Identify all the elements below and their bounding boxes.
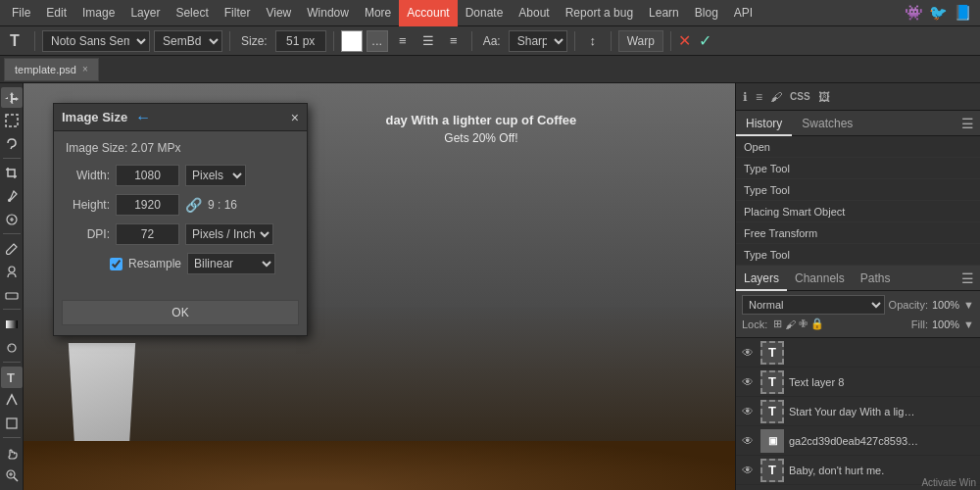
selection-tool[interactable] (1, 110, 23, 130)
menu-image[interactable]: Image (74, 0, 122, 26)
layer-item-3[interactable]: 👁 ▣ ga2cd39d0eab427c8593… (736, 426, 980, 456)
history-item-placing[interactable]: Placing Smart Object (736, 201, 980, 222)
align-left-icon[interactable]: ≡ (392, 30, 414, 52)
cancel-transform-icon[interactable]: ✕ (678, 31, 691, 50)
lock-position-icon[interactable]: ✙ (799, 318, 808, 330)
info-panel-icon[interactable]: ℹ (740, 90, 751, 104)
dialog-resample-label: Resample (128, 257, 181, 270)
menu-filter[interactable]: Filter (217, 0, 259, 26)
paths-tab[interactable]: Paths (853, 266, 899, 291)
blur-tool[interactable] (1, 337, 23, 358)
menu-window[interactable]: Window (299, 0, 357, 26)
history-item-type2[interactable]: Type Tool (736, 179, 980, 201)
reddit-icon[interactable]: 👾 (905, 4, 923, 22)
history-panel-menu-icon[interactable]: ☰ (956, 116, 980, 131)
svg-rect-1 (6, 115, 18, 126)
font-weight-select[interactable]: SemBd ▼ (154, 30, 222, 52)
lock-all-icon[interactable]: 🔒 (810, 318, 824, 330)
menu-api[interactable]: API (726, 0, 760, 26)
move-tool[interactable] (1, 87, 23, 108)
history-item-open[interactable]: Open (736, 136, 980, 158)
text-direction-icon[interactable]: ↕ (582, 30, 604, 52)
dialog-width-unit-select[interactable]: Pixels Inches cm (185, 165, 246, 186)
dialog-titlebar[interactable]: Image Size ← × (54, 104, 307, 131)
align-center-icon[interactable]: ☰ (417, 30, 439, 52)
dialog-resample-select[interactable]: Bilinear Bicubic Nearest (187, 253, 275, 274)
lock-transparent-icon[interactable]: ⊞ (773, 318, 782, 330)
layer-item-1[interactable]: 👁 T Text layer 8 (736, 368, 980, 397)
eraser-tool[interactable] (1, 284, 23, 305)
history-tab[interactable]: History (736, 111, 792, 136)
history-item-type1[interactable]: Type Tool (736, 158, 980, 179)
tab-close-icon[interactable]: × (82, 64, 88, 74)
fill-dropdown-icon[interactable]: ▼ (963, 318, 974, 330)
layers-panel-menu-icon[interactable]: ☰ (956, 270, 980, 286)
layer-visibility-0[interactable]: 👁 (740, 346, 756, 360)
file-tab[interactable]: template.psd × (4, 58, 99, 81)
more-options-button[interactable]: ... (367, 30, 388, 52)
menu-file[interactable]: File (4, 0, 38, 26)
warp-button[interactable]: Warp (618, 30, 663, 52)
layer-item-2[interactable]: 👁 T Start Your day With a lig… (736, 397, 980, 426)
brush-tool[interactable] (1, 238, 23, 259)
shape-tool[interactable] (1, 413, 23, 433)
color-swatch[interactable] (341, 30, 363, 52)
dialog-dpi-unit-select[interactable]: Pixels / Inch Pixels / cm (185, 223, 273, 245)
menu-edit[interactable]: Edit (38, 0, 74, 26)
image-panel-icon[interactable]: 🖼 (815, 90, 833, 104)
layer-item-0[interactable]: 👁 T (736, 338, 980, 368)
menu-reportbug[interactable]: Report a bug (558, 0, 641, 26)
twitter-icon[interactable]: 🐦 (929, 4, 948, 22)
list-panel-icon[interactable]: ≡ (753, 90, 765, 104)
lasso-tool[interactable] (1, 133, 23, 154)
menu-learn[interactable]: Learn (641, 0, 687, 26)
opacity-dropdown-icon[interactable]: ▼ (963, 299, 974, 311)
size-label: Size: (237, 30, 271, 52)
dialog-ok-button[interactable]: OK (62, 300, 299, 325)
link-proportions-icon[interactable]: 🔗 (185, 197, 202, 213)
dialog-width-input[interactable] (116, 165, 179, 186)
dialog-close-button[interactable]: × (291, 110, 299, 125)
swatches-tab[interactable]: Swatches (792, 111, 862, 136)
font-family-select[interactable]: Noto Sans SemCo (42, 30, 150, 52)
dialog-dpi-label: DPI: (66, 227, 110, 241)
layer-visibility-3[interactable]: 👁 (740, 434, 756, 448)
dialog-height-input[interactable] (116, 194, 179, 216)
font-size-input[interactable] (275, 30, 326, 52)
channels-tab[interactable]: Channels (787, 266, 853, 291)
path-tool[interactable] (1, 390, 23, 411)
confirm-transform-icon[interactable]: ✓ (699, 31, 711, 50)
stamp-tool[interactable] (1, 262, 23, 282)
menu-more[interactable]: More (357, 0, 399, 26)
menu-view[interactable]: View (258, 0, 299, 26)
menu-donate[interactable]: Donate (458, 0, 512, 26)
zoom-tool[interactable] (1, 466, 23, 486)
blend-mode-select[interactable]: Normal Multiply Screen Overlay (742, 295, 885, 315)
dialog-resample-checkbox[interactable] (110, 258, 122, 270)
history-item-type3[interactable]: Type Tool (736, 244, 980, 266)
menu-select[interactable]: Select (168, 0, 216, 26)
menu-blog[interactable]: Blog (687, 0, 726, 26)
text-tool[interactable]: T (1, 367, 23, 387)
dialog-dpi-input[interactable] (116, 223, 179, 245)
menu-account[interactable]: Account (399, 0, 457, 26)
align-right-icon[interactable]: ≡ (443, 30, 465, 52)
history-item-transform[interactable]: Free Transform (736, 222, 980, 244)
layer-visibility-1[interactable]: 👁 (740, 375, 756, 389)
eyedropper-tool[interactable] (1, 186, 23, 207)
menu-layer[interactable]: Layer (122, 0, 168, 26)
brush-panel-icon[interactable]: 🖌 (767, 90, 785, 104)
lock-pixels-icon[interactable]: 🖌 (785, 318, 796, 330)
menu-about[interactable]: About (511, 0, 557, 26)
css-panel-icon[interactable]: CSS (787, 91, 813, 102)
facebook-icon[interactable]: 📘 (954, 4, 972, 22)
layer-visibility-2[interactable]: 👁 (740, 405, 756, 418)
layers-tab[interactable]: Layers (736, 266, 787, 291)
gradient-tool[interactable] (1, 314, 23, 334)
tool-sep-1 (3, 158, 21, 159)
aa-select[interactable]: Sharp (509, 30, 567, 52)
hand-tool[interactable] (1, 442, 23, 463)
healing-tool[interactable] (1, 209, 23, 229)
crop-tool[interactable] (1, 163, 23, 183)
layer-visibility-4[interactable]: 👁 (740, 464, 756, 477)
